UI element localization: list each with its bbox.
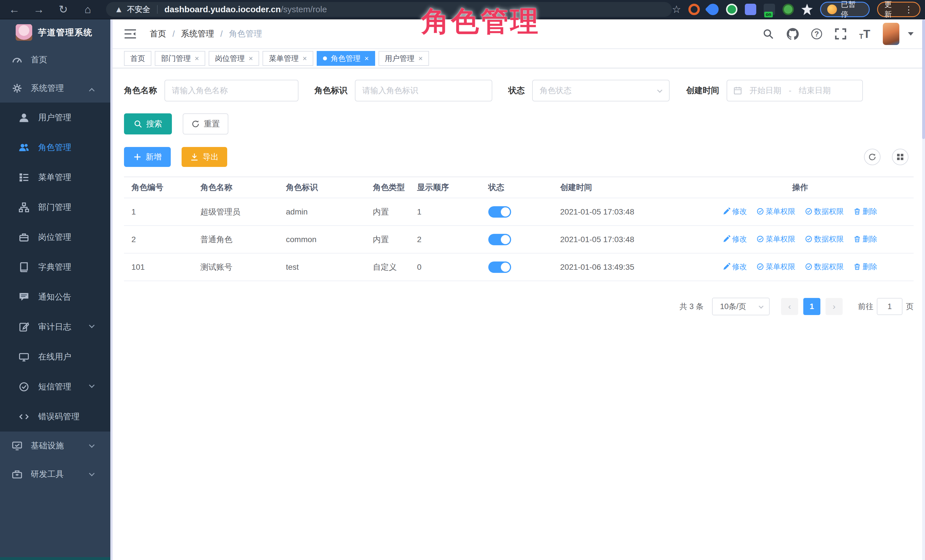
update-label: 更新 [884, 0, 899, 20]
app-title: 芋道管理系统 [38, 27, 93, 39]
delete-action[interactable]: 删除 [853, 234, 877, 244]
delete-action[interactable]: 删除 [853, 262, 877, 272]
edit-action[interactable]: 修改 [723, 262, 747, 272]
search-button[interactable]: 搜索 [124, 113, 172, 134]
delete-action[interactable]: 删除 [853, 207, 877, 216]
extension-icon-grid[interactable] [745, 4, 756, 15]
breadcrumb-separator: / [220, 29, 223, 39]
reset-button[interactable]: 重置 [183, 113, 228, 134]
role-key-input[interactable] [355, 80, 492, 101]
status-select[interactable]: 角色状态 [532, 80, 670, 101]
sidebar-item-depts[interactable]: 部门管理 [0, 192, 110, 222]
close-icon[interactable]: × [303, 55, 307, 62]
not-secure-icon: ▲ [114, 5, 123, 14]
tab-dept[interactable]: 部门管理 × [155, 51, 205, 66]
edit-action[interactable]: 修改 [723, 234, 747, 244]
user-menu-caret-icon[interactable] [908, 32, 914, 36]
data-perm-action[interactable]: 数据权限 [805, 262, 844, 272]
prev-page-button[interactable]: ‹ [781, 298, 798, 315]
sidebar-item-system[interactable]: 系统管理 [0, 74, 110, 102]
tab-role-active[interactable]: 角色管理 × [317, 51, 375, 66]
search-icon[interactable] [762, 28, 774, 40]
menu-perm-action[interactable]: 菜单权限 [756, 262, 795, 272]
address-bar[interactable]: ▲ 不安全 dashboard.yudao.iocoder.cn /system… [106, 2, 672, 17]
browser-menu-icon[interactable]: ⋮ [904, 5, 913, 15]
extension-icon-monkey[interactable] [782, 4, 794, 15]
status-toggle[interactable] [488, 206, 511, 218]
reload-icon[interactable]: ↻ [57, 3, 69, 16]
sidebar-item-posts[interactable]: 岗位管理 [0, 222, 110, 252]
sidebar-item-sms[interactable]: 短信管理 [0, 372, 110, 402]
font-size-icon[interactable]: TT [859, 28, 870, 41]
sidebar-item-label: 角色管理 [38, 142, 71, 153]
sidebar-item-dict[interactable]: 字典管理 [0, 252, 110, 282]
menu-perm-action[interactable]: 菜单权限 [756, 234, 795, 244]
github-icon[interactable] [787, 28, 799, 40]
sidebar-item-label: 首页 [31, 54, 47, 66]
col-role-name: 角色名称 [193, 177, 279, 198]
avatar[interactable] [883, 23, 899, 45]
edit-action[interactable]: 修改 [723, 207, 747, 216]
data-perm-action[interactable]: 数据权限 [805, 207, 844, 216]
menu-perm-action[interactable]: 菜单权限 [756, 207, 795, 216]
briefcase-icon [19, 232, 29, 242]
extension-icon-drop[interactable] [705, 2, 721, 18]
role-name-input[interactable] [164, 80, 298, 101]
sidebar-toggle-icon[interactable] [124, 28, 137, 40]
breadcrumb-system[interactable]: 系统管理 [181, 28, 214, 40]
scrollbar-thumb[interactable] [922, 20, 925, 139]
help-icon[interactable]: ? [811, 29, 822, 39]
close-icon[interactable]: × [195, 55, 199, 62]
fullscreen-icon[interactable] [835, 28, 847, 40]
sidebar-item-error-codes[interactable]: 错误码管理 [0, 402, 110, 432]
sidebar-scrollbar[interactable] [110, 20, 113, 560]
back-icon[interactable]: ← [8, 3, 21, 16]
sidebar-item-home[interactable]: 首页 [0, 46, 110, 74]
breadcrumb-home[interactable]: 首页 [150, 28, 166, 40]
profile-paused-button[interactable]: 已暂停 [820, 2, 870, 17]
sidebar-item-online-users[interactable]: 在线用户 [0, 342, 110, 372]
forward-icon[interactable]: → [33, 3, 45, 16]
breadcrumb: 首页 / 系统管理 / 角色管理 [150, 28, 262, 40]
extension-icon-switch[interactable]: on [764, 4, 775, 15]
tab-menu[interactable]: 菜单管理 × [262, 51, 313, 66]
page-scrollbar[interactable] [922, 20, 925, 560]
next-page-button[interactable]: › [826, 298, 843, 315]
export-button[interactable]: 导出 [182, 147, 227, 167]
data-perm-action[interactable]: 数据权限 [805, 234, 844, 244]
extension-icon-green[interactable] [726, 4, 737, 15]
sidebar-item-notice[interactable]: 通知公告 [0, 282, 110, 312]
toggle-search-button[interactable] [864, 149, 881, 165]
sidebar-item-audit-log[interactable]: 审计日志 [0, 312, 110, 342]
close-icon[interactable]: × [365, 55, 369, 62]
page-1-button[interactable]: 1 [803, 298, 820, 315]
date-range-picker[interactable]: 开始日期 - 结束日期 [727, 80, 863, 101]
add-button[interactable]: 新增 [124, 147, 171, 167]
sidebar-item-menus[interactable]: 菜单管理 [0, 162, 110, 192]
close-icon[interactable]: × [249, 55, 253, 62]
end-date-placeholder: 结束日期 [799, 85, 831, 96]
goto-page-input[interactable] [877, 298, 902, 315]
tab-user[interactable]: 用户管理 × [378, 51, 429, 66]
tab-home[interactable]: 首页 [124, 51, 151, 66]
close-icon[interactable]: × [419, 55, 423, 62]
chrome-update-button[interactable]: 更新 ⋮ [877, 2, 920, 17]
sidebar-logo-row[interactable]: 芋道管理系统 [0, 20, 110, 46]
edit-action-label: 修改 [732, 207, 747, 216]
extension-icon-orange[interactable] [688, 4, 700, 15]
status-toggle[interactable] [488, 234, 511, 245]
col-role-type: 角色类型 [365, 177, 410, 198]
status-toggle[interactable] [488, 261, 511, 273]
sidebar-item-dev-tools[interactable]: 研发工具 [0, 460, 110, 488]
sidebar-item-infra[interactable]: 基础设施 [0, 432, 110, 460]
page-size-select[interactable]: 10条/页 [712, 298, 770, 315]
search-buttons-row: 搜索 重置 [124, 113, 914, 134]
bookmark-star-icon[interactable]: ☆ [672, 3, 681, 15]
sidebar-item-roles[interactable]: 角色管理 [0, 132, 110, 162]
extension-icon-pin[interactable] [801, 4, 813, 15]
sidebar-item-label: 岗位管理 [38, 231, 71, 243]
column-settings-button[interactable] [892, 149, 908, 165]
sidebar-item-users[interactable]: 用户管理 [0, 102, 110, 132]
tab-post[interactable]: 岗位管理 × [209, 51, 259, 66]
home-icon[interactable]: ⌂ [81, 3, 94, 16]
